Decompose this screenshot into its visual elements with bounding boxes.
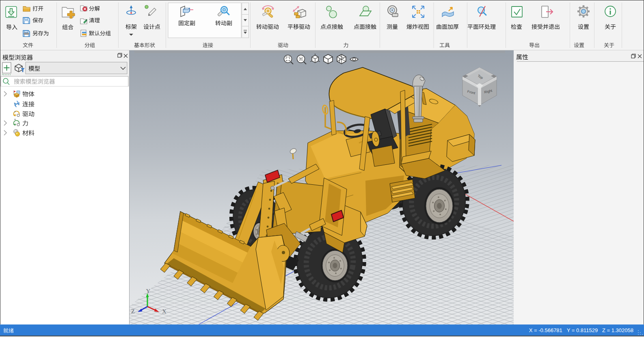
svg-text:Y: Y [146, 288, 151, 294]
svg-text:Z: Z [131, 308, 135, 315]
svg-text:X = -0.566781 Y = 0.811529: X = -0.566781 Y = 0.811529 Z = 1.302058 [529, 327, 633, 333]
svg-text:X: X [162, 308, 166, 315]
